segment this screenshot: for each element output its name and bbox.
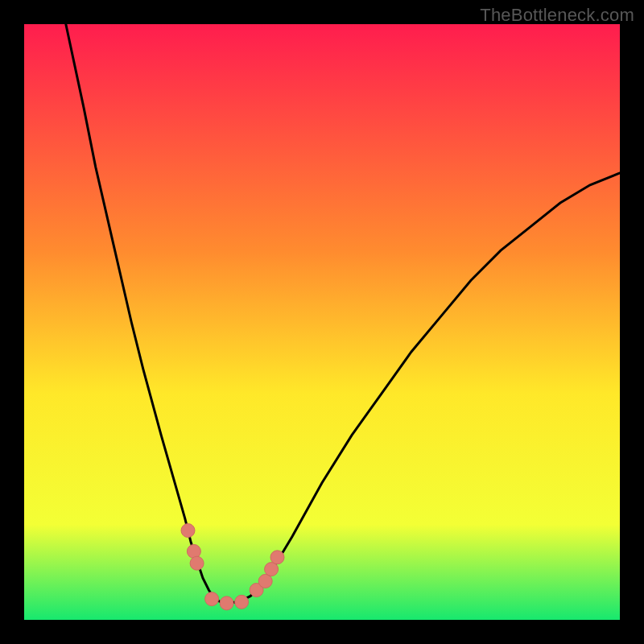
watermark-text: TheBottleneck.com bbox=[480, 5, 634, 26]
data-point bbox=[190, 556, 204, 570]
chart-svg bbox=[24, 24, 620, 620]
data-point bbox=[187, 544, 200, 558]
chart-frame: TheBottleneck.com bbox=[0, 0, 644, 644]
data-point bbox=[270, 551, 284, 564]
data-point bbox=[205, 592, 219, 606]
plot-area bbox=[24, 24, 620, 620]
data-point bbox=[181, 524, 195, 538]
data-point bbox=[220, 597, 233, 610]
gradient-bg bbox=[24, 24, 620, 620]
data-point bbox=[235, 595, 249, 609]
